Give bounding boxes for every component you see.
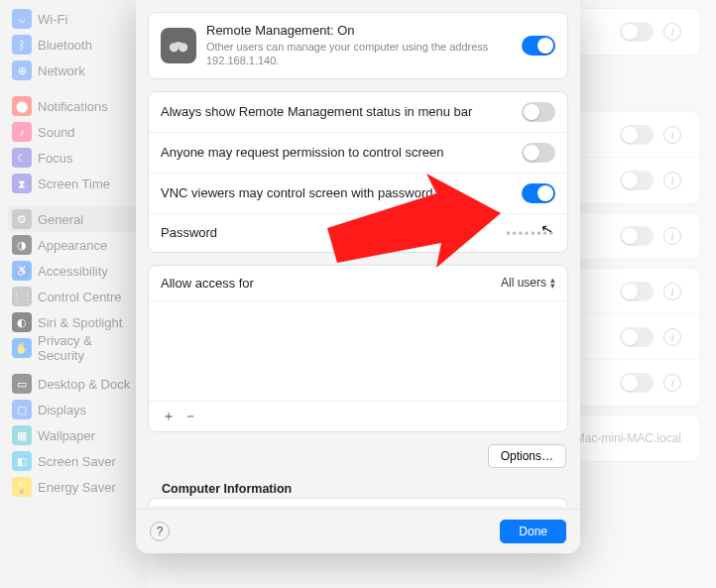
options-button[interactable]: Options… [488,444,566,468]
remote-management-title: Remote Management: On [206,23,522,38]
done-button[interactable]: Done [500,520,566,543]
vnc-control-toggle[interactable] [522,183,555,203]
remote-management-toggle[interactable] [522,36,555,56]
allow-access-select[interactable]: All users ▴▾ [501,276,555,290]
vnc-control-label: VNC viewers may control screen with pass… [161,185,433,200]
up-down-chevron-icon: ▴▾ [550,277,555,289]
remove-user-button[interactable]: － [180,408,200,425]
remote-management-header: Remote Management: On Other users can ma… [149,13,567,78]
password-value[interactable]: •••••••• [506,227,555,241]
anyone-request-toggle[interactable] [522,143,555,163]
allow-access-label: Allow access for [161,276,254,291]
computer-information-heading: Computer Information [148,472,568,498]
remote-management-subtitle: Other users can manage your computer usi… [206,40,522,68]
access-users-list [149,301,567,401]
menubar-status-toggle[interactable] [522,102,555,122]
binoculars-icon [161,28,196,63]
anyone-request-label: Anyone may request permission to control… [161,145,443,160]
svg-rect-2 [176,42,181,46]
menubar-status-label: Always show Remote Management status in … [161,104,472,119]
add-user-button[interactable]: ＋ [159,408,179,425]
help-button[interactable]: ? [150,522,170,541]
allow-access-value: All users [501,276,546,290]
remote-management-sheet: Remote Management: On Other users can ma… [136,0,580,553]
password-label: Password [161,225,217,240]
